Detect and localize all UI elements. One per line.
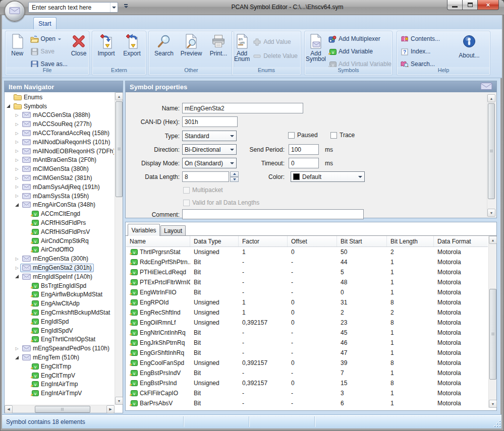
variable-row-engrecshftind[interactable]: vEngRecShftIndUnsigned1022Motorola	[126, 307, 488, 318]
column-header-data-type[interactable]: Data Type	[190, 236, 239, 247]
expander-collapsed-icon[interactable]: ▷	[14, 158, 20, 162]
properties-scroll-thumb[interactable]	[488, 103, 495, 199]
tree-entry[interactable]: vACCmCltEngd	[29, 210, 82, 218]
variable-row-barprsabsv[interactable]: vBarPrsAbsVBit--61Motorola	[126, 398, 488, 407]
tree-item-maccgensta-388h[interactable]: ▷mACCGenSta (388h)	[5, 111, 114, 120]
print-button[interactable]: Print...	[205, 32, 232, 65]
can-id-field[interactable]	[182, 116, 238, 127]
variable-row-engbstprsindv[interactable]: vEngBstPrsIndVBit--71Motorola	[126, 368, 488, 378]
tree-entry[interactable]: mEngSpeandPedPos (110h)	[20, 344, 111, 353]
tree-item-accmcltengd[interactable]: vACCmCltEngd	[5, 209, 114, 218]
tree-entry[interactable]: vEngCrnkshftBckupMdStat	[29, 309, 112, 317]
tab-start[interactable]: Start	[33, 17, 57, 29]
send-period-field[interactable]	[289, 144, 319, 155]
column-header-data-format[interactable]: Data Format	[434, 236, 488, 247]
search-dropdown-button[interactable]	[110, 3, 118, 12]
variable-row-pthielecldreqd[interactable]: vPTHiElecLdReqdBit--51Motorola	[126, 267, 488, 277]
scroll-up-icon[interactable]: ▲	[487, 94, 495, 102]
variable-row-rdcengprfshptrn[interactable]: vRdcEngPrfShPtrn...Bit--441Motorola	[126, 257, 488, 267]
tree-item-mallnoddiareqonhs-101h[interactable]: ▷mAllNodDiaReqonHS (101h)	[5, 138, 114, 147]
variables-scrollbar[interactable]: ▲ ▼	[488, 236, 496, 408]
tree-item-mcimgensta-380h[interactable]: ▷mCIMGenSta (380h)	[5, 164, 114, 173]
tree-item-aircndoffio[interactable]: vAirCndOffIO	[5, 245, 114, 255]
expander-collapsed-icon[interactable]: ▷	[14, 113, 20, 117]
trace-checkbox[interactable]: Trace	[330, 132, 355, 139]
preview-button[interactable]: Preview	[178, 32, 204, 65]
tree-entry[interactable]: mACCSouReq (277h)	[20, 120, 94, 129]
tree-item-engintairtmpv[interactable]: vEngIntAirTmpV	[5, 389, 114, 398]
tree-item-engcrnkshftbckupmdstat[interactable]: vEngCrnkshftBckupMdStat	[5, 308, 114, 317]
expander-collapsed-icon[interactable]: ▷	[14, 176, 20, 180]
expander-collapsed-icon[interactable]: ▷	[14, 184, 20, 189]
expander-collapsed-icon[interactable]: ▷	[14, 140, 20, 144]
tree-entry[interactable]: Enums	[12, 93, 44, 101]
name-field[interactable]	[182, 103, 303, 113]
tree-item-mengspeandpedpos-110h[interactable]: ▷mEngSpeandPedPos (110h)	[5, 344, 114, 353]
tree-item-symbols[interactable]: Symbols	[5, 102, 114, 111]
valid-all-lengths-checkbox[interactable]: Valid for all Data Lengths	[183, 199, 259, 206]
variables-scroll-thumb[interactable]	[489, 289, 496, 380]
tree-entry[interactable]: Symbols	[12, 102, 49, 110]
expander-collapsed-icon[interactable]: ▷	[14, 266, 20, 270]
tree-item-bstrgtengidlspd[interactable]: vBsTrgtEngIdlSpd	[5, 281, 114, 290]
tree-item-engclttmpv[interactable]: vEngCltTmpV	[5, 371, 114, 380]
tree-entry[interactable]: mCIMGenSta (380h)	[20, 165, 91, 173]
expander-expanded-icon[interactable]	[14, 356, 20, 359]
tree-entry[interactable]: mAllNodEOBReqonHS (7DFh)	[20, 147, 114, 155]
expander-expanded-icon[interactable]	[14, 275, 20, 278]
add-multiplexer-button[interactable]: Add Multiplexer	[326, 33, 393, 45]
tree-horizontal-scrollbar[interactable]: ◀ ▶	[5, 405, 115, 413]
tree-entry[interactable]: mEngTem (510h)	[20, 353, 81, 362]
tree-entry[interactable]: vEngCltTmpV	[29, 371, 77, 380]
tree-item-mdamsysadjreq-191h[interactable]: ▷mDamSysAdjReq (191h)	[5, 182, 114, 192]
variable-row-engntrlcntinhrq[interactable]: vEngNtrlCntInhRqBit--451Motorola	[126, 328, 488, 338]
variable-row-engrpoid[interactable]: vEngRPOIdUnsigned10318Motorola	[126, 297, 488, 307]
tree-item-mengidlspeinf-1a0h[interactable]: mEngIdlSpeInf (1A0h)	[5, 272, 114, 281]
save-button[interactable]: Save	[29, 45, 69, 58]
tree-item-engairflwbckupmdstat[interactable]: vEngAirflwBckupMdStat	[5, 290, 114, 299]
tree-entry[interactable]: vEngAirflwBckupMdStat	[29, 290, 104, 299]
tree-entry[interactable]: mAllNodDiaReqonHS (101h)	[20, 138, 112, 146]
tree-item-mengtem-510h[interactable]: mEngTem (510h)	[5, 353, 114, 362]
tree-entry[interactable]: vACRfHiSdFldPrsV	[29, 227, 92, 236]
variable-row-engoilrmnlf[interactable]: vEngOilRmnLfUnsigned0,3921570238Motorola	[126, 318, 488, 328]
tree-entry[interactable]: mACCTorandAccReq (158h)	[20, 129, 111, 138]
tree-entry[interactable]: vEngAlwCltAdp	[29, 299, 82, 308]
export-button[interactable]: Export	[119, 32, 145, 65]
expander-collapsed-icon[interactable]: ▷	[14, 131, 20, 136]
tree-entry[interactable]: vAirCndOffIO	[29, 245, 76, 254]
search-input[interactable]	[29, 4, 110, 11]
tree-entry[interactable]: vEngIdlSpd	[29, 317, 71, 326]
scroll-down-icon[interactable]: ▼	[115, 397, 123, 405]
tree-item-menggensta-300h[interactable]: ▷mEngGenSta (300h)	[5, 254, 114, 263]
expander-expanded-icon[interactable]	[14, 203, 20, 207]
customize-quick-access-button[interactable]	[123, 4, 129, 11]
add-symbol-button[interactable]: Add Symbol	[306, 32, 326, 65]
variable-row-engwtrinflio[interactable]: vEngWtrInFlIOBit--01Motorola	[126, 287, 488, 297]
tree-entry[interactable]: mDamSysSta (195h)	[20, 192, 91, 200]
tree-entry[interactable]: mACCGenSta (388h)	[20, 111, 92, 119]
tree-item-maccsoureq-277h[interactable]: ▷mACCSouReq (277h)	[5, 119, 114, 129]
tree-hscroll-thumb[interactable]	[35, 406, 90, 413]
tree-entry[interactable]: vBsTrgtEngIdlSpd	[29, 281, 88, 290]
tree-item-engidlspdv[interactable]: vEngIdlSpdV	[5, 326, 114, 335]
tree-entry[interactable]: vEngIdlSpdV	[29, 326, 75, 335]
tree-item-engalwcltadp[interactable]: vEngAlwCltAdp	[5, 299, 114, 308]
tree-entry[interactable]: mDamSysAdjReq (191h)	[20, 182, 102, 191]
expander-collapsed-icon[interactable]: ▷	[14, 167, 20, 171]
tree-item-enums[interactable]: Enums	[5, 93, 114, 102]
tree-entry[interactable]: vEngIntAirTmp	[29, 380, 80, 389]
tree-item-mantbragensta-2f0h[interactable]: ▷mAntBraGenSta (2F0h)	[5, 156, 114, 165]
help-contents-button[interactable]: Contents...	[399, 33, 453, 45]
tree-selection[interactable]: mEngGenSta2 (301h)	[20, 264, 94, 272]
tree-item-macctorandaccreq-158h[interactable]: ▷mACCTorandAccReq (158h)	[5, 129, 114, 138]
variable-row-enggrshftinhrq[interactable]: vEngGrShftInhRqBit--471Motorola	[126, 348, 488, 358]
tree-entry[interactable]: vAirCndCmpStkRq	[29, 236, 91, 245]
tree-entry[interactable]: mAntBraGenSta (2F0h)	[20, 156, 98, 164]
multipacket-checkbox[interactable]: Multipacket	[183, 187, 223, 194]
expander-collapsed-icon[interactable]: ▷	[14, 194, 20, 198]
expander-collapsed-icon[interactable]: ▷	[14, 122, 20, 127]
column-header-bit-length[interactable]: Bit Length	[387, 236, 434, 247]
tree-vscroll-thumb[interactable]	[116, 101, 123, 197]
tree-entry[interactable]: vEngIntAirTmpV	[29, 389, 84, 398]
